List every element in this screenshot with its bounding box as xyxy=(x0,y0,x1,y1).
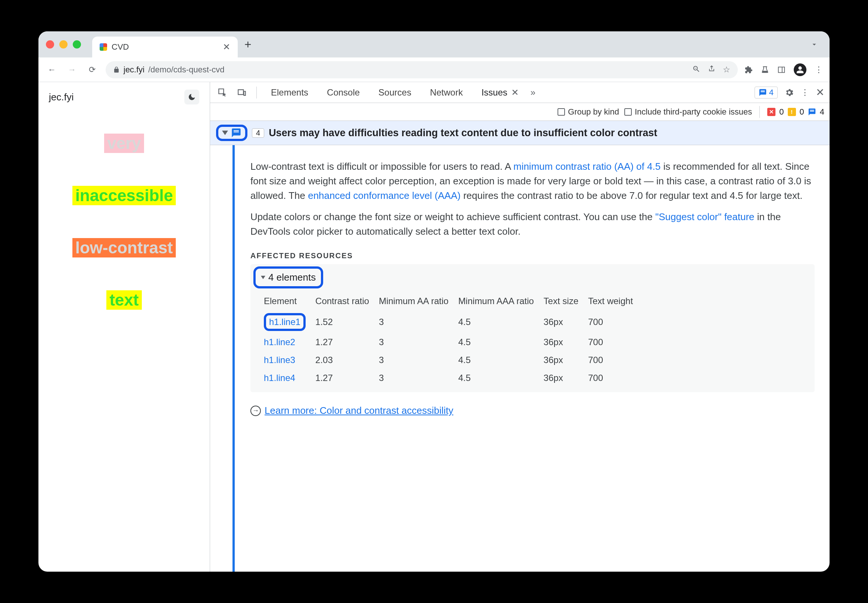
nav-forward-button[interactable]: → xyxy=(65,65,79,75)
third-party-checkbox[interactable]: Include third-party cookie issues xyxy=(624,107,752,117)
omnibox[interactable]: jec.fyi/demo/cds-quest-cvd ☆ xyxy=(105,61,738,78)
separator xyxy=(760,106,760,118)
window-minimize-icon[interactable] xyxy=(59,40,68,48)
warning-icon: ! xyxy=(788,108,796,116)
window-close-icon[interactable] xyxy=(46,40,54,48)
tabs-more-icon[interactable]: » xyxy=(531,87,535,98)
share-icon[interactable] xyxy=(708,65,715,75)
element-link[interactable]: h1.line4 xyxy=(264,373,295,383)
sample-text-1: very xyxy=(104,134,144,153)
window-controls xyxy=(46,40,81,48)
page-header: jec.fyi xyxy=(39,87,210,113)
element-link-highlight: h1.line1 xyxy=(264,313,306,331)
group-by-kind-label: Group by kind xyxy=(568,107,619,117)
inspect-icon[interactable] xyxy=(215,86,229,99)
elements-count-label: 4 elements xyxy=(268,270,316,285)
table-row: h1.line3 2.03 3 4.5 36px 700 xyxy=(264,351,643,369)
devtools-right: 4 ⋮ ✕ xyxy=(755,86,824,99)
element-link[interactable]: h1.line3 xyxy=(264,355,295,365)
tab-close-icon[interactable]: ✕ xyxy=(223,42,230,52)
window-maximize-icon[interactable] xyxy=(73,40,81,48)
sample-text-4: text xyxy=(106,290,141,310)
th-element: Element xyxy=(264,291,315,311)
new-tab-button[interactable]: + xyxy=(244,38,252,51)
affected-elements-table: Element Contrast ratio Minimum AA ratio … xyxy=(264,291,643,387)
extensions-icon[interactable] xyxy=(744,66,753,74)
checkbox-icon xyxy=(624,108,632,116)
learn-more-link[interactable]: Learn more: Color and contrast accessibi… xyxy=(265,404,453,418)
issue-paragraph-2: Update colors or change the font size or… xyxy=(251,210,815,239)
theme-toggle-button[interactable] xyxy=(184,90,199,105)
elements-expand-highlight[interactable]: 4 elements xyxy=(254,266,323,288)
element-link[interactable]: h1.line2 xyxy=(264,337,295,347)
devtools-tabbar: Elements Console Sources Network Issues … xyxy=(210,82,829,103)
issue-header-row[interactable]: 4 Users may have difficulties reading te… xyxy=(210,121,829,145)
devtools-menu-icon[interactable]: ⋮ xyxy=(801,88,809,97)
issues-chip[interactable]: 4 xyxy=(755,87,778,99)
side-panel-icon[interactable] xyxy=(777,66,786,74)
labs-icon[interactable] xyxy=(761,66,769,74)
nav-back-button[interactable]: ← xyxy=(45,65,59,75)
issue-counts: ✕0 !0 4 xyxy=(767,107,824,117)
issue-count-badge: 4 xyxy=(252,128,264,138)
error-icon: ✕ xyxy=(767,108,775,116)
url-path: /demo/cds-quest-cvd xyxy=(148,65,224,75)
third-party-label: Include third-party cookie issues xyxy=(635,107,752,117)
link-min-contrast[interactable]: minimum contrast ratio (AA) of 4.5 xyxy=(514,161,661,172)
table-row: h1.line4 1.27 3 4.5 36px 700 xyxy=(264,369,643,387)
toolbar-icons: ⋮ xyxy=(744,63,823,76)
th-size: Text size xyxy=(544,291,588,311)
url-host: jec.fyi xyxy=(124,65,144,75)
tab-close-icon[interactable]: ✕ xyxy=(511,87,519,98)
tab-elements[interactable]: Elements xyxy=(264,85,315,100)
element-link[interactable]: h1.line1 xyxy=(269,317,300,327)
issue-paragraph-1: Low-contrast text is difficult or imposs… xyxy=(251,159,815,203)
issue-title: Users may have difficulties reading text… xyxy=(269,127,657,139)
tab-issues-label: Issues xyxy=(481,87,507,98)
tab-sources[interactable]: Sources xyxy=(372,85,418,100)
browser-window: CVD ✕ + ← → ⟳ jec.fyi/demo/cds-quest-cvd… xyxy=(39,31,829,572)
info-count: 4 xyxy=(820,107,824,117)
profile-avatar[interactable] xyxy=(794,63,806,76)
issues-chip-count: 4 xyxy=(769,88,774,97)
expand-icon[interactable] xyxy=(222,131,228,135)
tab-issues[interactable]: Issues ✕ xyxy=(475,85,525,100)
browser-menu-icon[interactable]: ⋮ xyxy=(815,65,823,75)
error-count: 0 xyxy=(779,107,784,117)
separator xyxy=(256,87,257,99)
table-row: h1.line1 1.52 3 4.5 36px 700 xyxy=(264,311,643,333)
link-suggest-color[interactable]: "Suggest color" feature xyxy=(655,211,755,223)
table-row: h1.line2 1.27 3 4.5 36px 700 xyxy=(264,333,643,351)
issue-kind-icon xyxy=(231,128,241,138)
browser-toolbar: ← → ⟳ jec.fyi/demo/cds-quest-cvd ☆ ⋮ xyxy=(39,57,829,82)
external-link-icon xyxy=(251,406,261,416)
info-icon xyxy=(808,108,816,116)
page-preview: jec.fyi very inaccessible low-contrast t… xyxy=(39,82,210,572)
device-icon[interactable] xyxy=(235,86,249,99)
browser-tab[interactable]: CVD ✕ xyxy=(92,37,238,57)
tabs-overflow-icon[interactable] xyxy=(810,40,818,48)
th-aa: Minimum AA ratio xyxy=(379,291,458,311)
favicon-icon xyxy=(100,43,107,51)
lock-icon xyxy=(113,66,120,73)
tab-title: CVD xyxy=(111,42,218,52)
devtools-close-icon[interactable]: ✕ xyxy=(816,86,824,99)
settings-icon[interactable] xyxy=(784,88,794,97)
tab-strip: CVD ✕ + xyxy=(39,31,829,57)
bookmark-icon[interactable]: ☆ xyxy=(723,65,730,75)
th-weight: Text weight xyxy=(588,291,643,311)
affected-resources: 4 elements Element Contrast ratio Minimu… xyxy=(251,264,815,392)
site-label: jec.fyi xyxy=(49,91,74,103)
tab-console[interactable]: Console xyxy=(320,85,367,100)
content-area: jec.fyi very inaccessible low-contrast t… xyxy=(39,82,829,572)
zoom-icon[interactable] xyxy=(692,65,701,75)
group-by-kind-checkbox[interactable]: Group by kind xyxy=(557,107,619,117)
tab-network[interactable]: Network xyxy=(423,85,469,100)
learn-more-row: Learn more: Color and contrast accessibi… xyxy=(251,404,815,418)
sample-text-3: low-contrast xyxy=(73,238,176,257)
expand-icon xyxy=(261,276,265,279)
omnibox-actions: ☆ xyxy=(692,65,730,75)
warning-count: 0 xyxy=(800,107,804,117)
nav-reload-button[interactable]: ⟳ xyxy=(85,65,99,75)
link-aaa[interactable]: enhanced conformance level (AAA) xyxy=(308,190,461,201)
